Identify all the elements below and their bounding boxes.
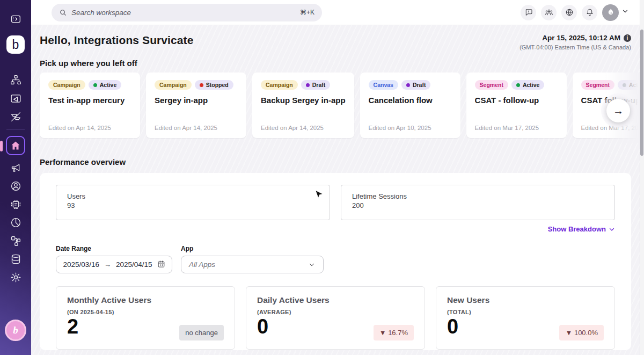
card-title: Sergey in-app bbox=[155, 96, 238, 105]
sidebar-item-home[interactable] bbox=[6, 136, 25, 155]
search-icon bbox=[59, 9, 67, 17]
pie-chart-icon[interactable] bbox=[10, 216, 21, 228]
home-icon bbox=[10, 140, 21, 151]
scrollbar-thumb[interactable] bbox=[640, 30, 643, 156]
current-datetime: Apr 15, 2025, 10:12 AM bbox=[542, 34, 620, 42]
date-to[interactable]: 2025/04/15 bbox=[116, 260, 152, 269]
status-dot bbox=[200, 83, 203, 87]
app-select-value: All Apps bbox=[189, 260, 215, 269]
panel-toggle-icon[interactable] bbox=[10, 13, 21, 25]
metric-label: Users bbox=[67, 192, 319, 200]
feedback-bubble-icon bbox=[524, 8, 533, 17]
pickup-cards-carousel: Campaign Active Test in-app mercury Edit… bbox=[31, 73, 644, 143]
pickup-card[interactable]: Campaign Draft Backup Sergey in-app Edit… bbox=[252, 73, 354, 138]
sidebar: b bbox=[0, 0, 31, 355]
sitemap-icon[interactable] bbox=[10, 74, 21, 86]
feedback-button[interactable] bbox=[521, 5, 536, 20]
daily-active-users-card: Daily Active Users (AVERAGE) 0 ▼ 16.7% bbox=[246, 286, 425, 350]
calendar-icon[interactable] bbox=[157, 260, 165, 270]
survicate-logo-glyph: b bbox=[13, 324, 18, 336]
card-title: Test in-app mercury bbox=[48, 96, 131, 105]
avatar[interactable] bbox=[602, 4, 619, 21]
topbar: ⌘+K bbox=[31, 0, 644, 25]
date-range-input[interactable]: 2025/03/16 → 2025/04/15 bbox=[56, 256, 172, 273]
globe-icon bbox=[565, 8, 574, 17]
type-badge: Segment bbox=[475, 80, 508, 90]
status-badge: Draft bbox=[301, 80, 331, 90]
sidebar-divider bbox=[6, 129, 25, 129]
card-edited-date: Edited on Apr 14, 2025 bbox=[155, 125, 217, 131]
stat-title: Daily Active Users bbox=[257, 295, 414, 305]
carousel-next-button[interactable]: → bbox=[606, 99, 630, 122]
workspace-logo[interactable]: b bbox=[6, 35, 25, 54]
status-dot bbox=[516, 83, 520, 87]
database-icon[interactable] bbox=[10, 253, 21, 265]
card-title: Backup Sergey in-app bbox=[261, 96, 346, 105]
team-icon bbox=[545, 8, 553, 17]
card-title: Cancelation flow bbox=[369, 96, 452, 105]
automation-chip-icon[interactable] bbox=[10, 198, 21, 210]
search-shortcut: ⌘+K bbox=[300, 9, 314, 16]
megaphone-icon[interactable] bbox=[10, 162, 21, 173]
survicate-logo[interactable]: b bbox=[5, 320, 26, 341]
type-badge: Segment bbox=[581, 80, 614, 90]
type-badge: Campaign bbox=[261, 80, 298, 90]
stat-change-badge: no change bbox=[179, 325, 224, 340]
scrollbar-track[interactable] bbox=[640, 0, 644, 355]
new-users-card: New Users (TOTAL) 0 ▼ 100.0% bbox=[436, 286, 615, 350]
card-edited-date: Edited on Mar 17, 2025 bbox=[581, 125, 644, 131]
card-edited-date: Edited on Mar 17, 2025 bbox=[475, 125, 539, 131]
app-label: App bbox=[181, 245, 324, 252]
type-badge: Campaign bbox=[155, 80, 192, 90]
card-edited-date: Edited on Apr 14, 2025 bbox=[261, 125, 324, 131]
status-badge: Active bbox=[511, 80, 545, 90]
metric-value: 200 bbox=[352, 201, 604, 209]
pickup-card[interactable]: Campaign Active Test in-app mercury Edit… bbox=[40, 73, 140, 138]
page-title: Hello, Integrations Survicate bbox=[40, 34, 193, 47]
notifications-button[interactable] bbox=[582, 5, 597, 20]
stat-title: New Users bbox=[447, 295, 604, 305]
pickup-section-title: Pick up where you left off bbox=[31, 59, 644, 68]
performance-panel: Users 93 Lifetime Sessions 200 Show Brea… bbox=[40, 173, 631, 350]
integrations-nodes-icon[interactable] bbox=[10, 235, 21, 247]
pickup-card[interactable]: Segment Active CSAT - follow-up Edited o… bbox=[466, 73, 567, 138]
active-indicator bbox=[0, 141, 3, 151]
status-badge: Active bbox=[89, 80, 122, 90]
chevron-down-icon bbox=[609, 226, 615, 233]
date-arrow-icon: → bbox=[104, 260, 111, 269]
workspace-logo-glyph: b bbox=[12, 38, 19, 52]
card-title: CSAT - follow-up bbox=[475, 96, 558, 105]
flows-icon[interactable] bbox=[10, 111, 21, 122]
pickup-card[interactable]: Canvas Draft Cancelation flow Edited on … bbox=[360, 73, 460, 138]
account-menu[interactable] bbox=[602, 4, 629, 21]
search-input[interactable] bbox=[71, 9, 300, 17]
metric-label: Lifetime Sessions bbox=[352, 192, 604, 200]
contacts-icon[interactable] bbox=[10, 180, 21, 192]
show-breakdown-link[interactable]: Show Breakdown bbox=[548, 225, 615, 233]
gear-icon[interactable] bbox=[10, 271, 21, 283]
stat-subtitle: (TOTAL) bbox=[447, 309, 604, 315]
campaign-frame-icon[interactable] bbox=[10, 92, 21, 104]
chevron-down-icon bbox=[308, 261, 316, 269]
status-dot bbox=[93, 83, 97, 87]
card-edited-date: Edited on Apr 10, 2025 bbox=[369, 125, 431, 131]
type-badge: Campaign bbox=[48, 80, 85, 90]
status-dot bbox=[306, 83, 310, 87]
bell-icon bbox=[586, 8, 594, 17]
team-button[interactable] bbox=[541, 5, 557, 20]
pickup-card[interactable]: Campaign Stopped Sergey in-app Edited on… bbox=[146, 73, 246, 138]
chevron-down-icon[interactable] bbox=[621, 8, 629, 17]
info-icon[interactable]: i bbox=[624, 34, 631, 42]
date-range-label: Date Range bbox=[56, 245, 172, 252]
date-from[interactable]: 2025/03/16 bbox=[63, 260, 99, 269]
timezone-label: (GMT-04:00) Eastern Time (US & Canada) bbox=[519, 44, 631, 50]
app-select[interactable]: All Apps bbox=[181, 256, 324, 273]
arrow-right-icon: → bbox=[613, 105, 624, 117]
metric-value: 93 bbox=[67, 201, 319, 209]
status-dot bbox=[623, 83, 626, 87]
language-button[interactable] bbox=[561, 5, 577, 20]
app-filter: App All Apps bbox=[181, 245, 324, 273]
card-edited-date: Edited on Apr 14, 2025 bbox=[48, 125, 111, 131]
monthly-active-users-card: Monthly Active Users (ON 2025-04-15) 2 n… bbox=[56, 286, 235, 350]
search-bar[interactable]: ⌘+K bbox=[52, 4, 322, 21]
